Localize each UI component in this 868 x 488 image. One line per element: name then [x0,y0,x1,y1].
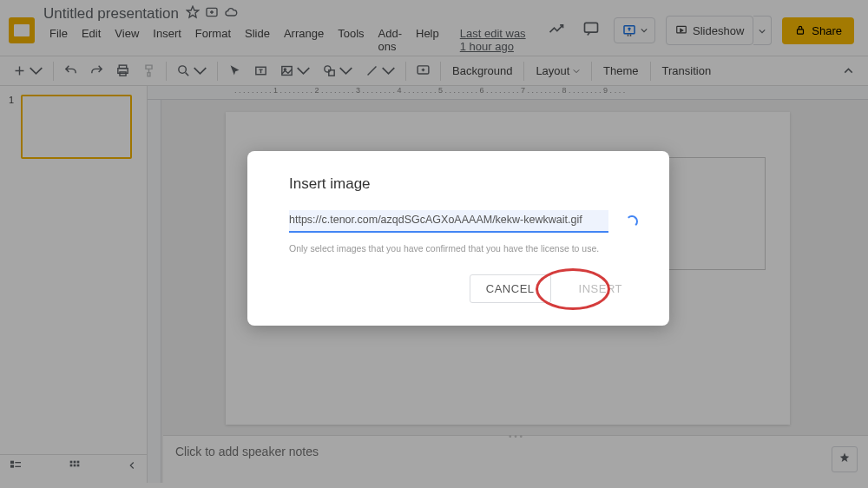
insert-button[interactable]: INSERT [563,274,638,303]
dialog-hint: Only select images that you have confirm… [289,243,638,254]
cancel-button[interactable]: CANCEL [470,274,551,303]
dialog-title: Insert image [289,175,638,193]
loading-spinner-icon [626,215,638,228]
insert-image-dialog: Insert image Only select images that you… [247,151,669,326]
image-url-input[interactable] [289,210,608,233]
